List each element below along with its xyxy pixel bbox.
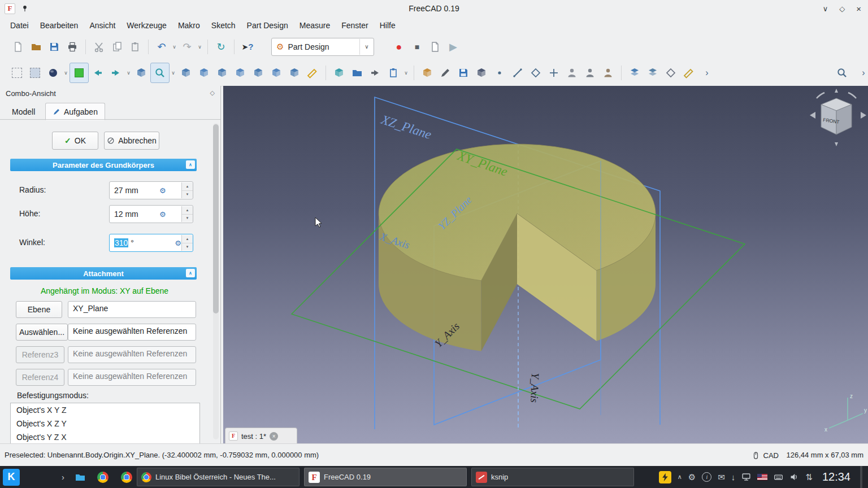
create-plane-button[interactable]	[527, 63, 545, 82]
spin-down-icon[interactable]: ▼	[182, 191, 193, 199]
view-bottom-button[interactable]	[267, 63, 285, 82]
tray-expand-icon[interactable]: ∧	[678, 473, 682, 481]
menu-part-design[interactable]: Part Design	[241, 18, 294, 34]
new-group-button[interactable]	[348, 63, 366, 82]
view-fit-button[interactable]	[177, 63, 195, 82]
mail-tray-icon[interactable]: ✉	[718, 472, 725, 482]
measure-button[interactable]	[303, 63, 322, 82]
network-tray-icon[interactable]: ⇅	[805, 472, 813, 482]
selection-view-button[interactable]	[70, 63, 89, 83]
view-left-button[interactable]	[285, 63, 303, 82]
make-link-button[interactable]	[330, 63, 348, 82]
settings-tray-icon[interactable]: ⚙	[688, 472, 696, 482]
toolbar-overflow-button[interactable]: ›	[698, 63, 716, 82]
screenshot-tray-icon[interactable]	[659, 471, 671, 483]
display-tray-icon[interactable]	[741, 472, 751, 482]
export-link-button[interactable]	[366, 63, 384, 82]
navigation-cube[interactable]: FRONT	[810, 89, 866, 146]
chrome-launcher-icon[interactable]	[97, 472, 108, 483]
tab-modell[interactable]: Modell	[5, 103, 42, 120]
expression-gear-icon[interactable]: ⚙	[159, 210, 166, 219]
3d-viewport[interactable]: XZ_Plane XY_Plane YZ_Plane X_Axis Y_Axis…	[223, 86, 868, 443]
menu-ansicht[interactable]: Ansicht	[84, 18, 121, 34]
spin-up-icon[interactable]: ▲	[182, 182, 193, 191]
nav-style-selector[interactable]: CAD	[752, 444, 779, 467]
undo-button[interactable]: ↶	[153, 37, 171, 56]
taskbar-window-browser[interactable]: Linux Bibel Österreich - Neues The...	[137, 468, 300, 486]
spin-up-icon[interactable]: ▲	[182, 206, 193, 215]
export-button[interactable]	[454, 63, 472, 82]
cancel-button[interactable]: Abbrechen	[104, 132, 159, 150]
copy-button[interactable]	[108, 37, 126, 56]
clip-plane-button[interactable]	[662, 63, 680, 82]
menu-datei[interactable]: Datei	[5, 18, 34, 34]
panel-chevron-icon[interactable]: ›	[62, 472, 64, 482]
view-isometric-button[interactable]	[132, 63, 150, 82]
workbench-selector[interactable]: ⚙ Part Design ∨	[271, 38, 374, 56]
auswaehlen-button[interactable]: Auswählen...	[16, 324, 68, 341]
undo-dropdown[interactable]: ∨	[171, 37, 178, 56]
ok-button[interactable]: ✓ OK	[52, 132, 98, 150]
link-dropdown[interactable]: ∨	[402, 63, 410, 82]
file-manager-icon[interactable]	[75, 472, 86, 483]
reference1-field[interactable]	[68, 301, 196, 318]
navcube-left-arrow-icon[interactable]	[810, 112, 815, 119]
robot-sim-button-3[interactable]	[599, 63, 617, 82]
collapse-icon[interactable]: ∧	[186, 160, 195, 169]
navcube-rotate-cw-icon[interactable]	[848, 93, 856, 98]
spin-down-icon[interactable]: ▼	[182, 243, 193, 251]
menu-makro[interactable]: Makro	[172, 18, 206, 34]
spin-down-icon[interactable]: ▼	[182, 215, 193, 223]
document-close-icon[interactable]: ×	[270, 432, 278, 441]
collapse-icon[interactable]: ∧	[186, 269, 195, 277]
appearance-button[interactable]	[44, 63, 62, 82]
redo-dropdown[interactable]: ∨	[196, 37, 203, 56]
macro-dialog-button[interactable]	[426, 37, 444, 56]
hoehe-input[interactable]	[110, 210, 158, 219]
navcube-rotate-ccw-icon[interactable]	[817, 93, 824, 98]
appearance-dropdown[interactable]: ∨	[62, 63, 70, 82]
radius-input[interactable]	[110, 186, 158, 195]
chromium-launcher-icon[interactable]	[121, 472, 132, 483]
view-rear-button[interactable]	[249, 63, 267, 82]
create-point-button[interactable]	[491, 63, 509, 82]
menu-fenster[interactable]: Fenster	[336, 18, 374, 34]
primitive-section-header[interactable]: Parameter des Grundkörpers ∧	[10, 159, 197, 171]
maximize-icon[interactable]: ◇	[839, 5, 845, 13]
reference2-input[interactable]	[68, 324, 189, 336]
paste-button[interactable]	[126, 37, 144, 56]
keyboard-tray-icon[interactable]	[774, 472, 783, 482]
taskbar-window-ksnip[interactable]: ksnip	[471, 468, 634, 486]
attachment-mode-list[interactable]: Object's X Y Z Object's X Z Y Object's Y…	[10, 403, 200, 443]
ebene-button[interactable]: Ebene	[16, 301, 62, 318]
spin-up-icon[interactable]: ▲	[182, 235, 193, 243]
app-launcher-icon[interactable]: K	[3, 469, 20, 486]
keyboard-layout-us-flag-icon[interactable]	[757, 474, 767, 480]
xz-plane-label[interactable]: XZ_Plane	[379, 112, 433, 142]
save-button[interactable]	[45, 37, 63, 56]
print-button[interactable]	[63, 37, 81, 56]
y-axis-label-2[interactable]: Y_Axis	[528, 373, 541, 403]
taskbar-window-freecad[interactable]: F FreeCAD 0.19	[304, 468, 467, 486]
menu-bearbeiten[interactable]: Bearbeiten	[34, 18, 84, 34]
create-lcs-button[interactable]	[545, 63, 563, 82]
replace-link-button[interactable]	[384, 63, 402, 82]
expression-gear-icon[interactable]: ⚙	[159, 186, 166, 195]
robot-sim-button-2[interactable]	[581, 63, 599, 82]
view-top-button[interactable]	[213, 63, 231, 82]
menu-hilfe[interactable]: Hilfe	[374, 18, 401, 34]
mode-item[interactable]: Object's Y Z X	[11, 430, 199, 443]
expression-gear-icon[interactable]: ⚙	[175, 239, 181, 247]
section-view-button[interactable]	[644, 63, 662, 82]
refresh-button[interactable]: ↻	[212, 37, 230, 56]
info-tray-icon[interactable]: i	[702, 472, 711, 482]
redo-button[interactable]: ↷	[178, 37, 196, 56]
selection-filter-button[interactable]	[8, 63, 26, 82]
macro-play-button[interactable]: ▶	[444, 37, 462, 56]
refine-shape-button[interactable]	[472, 63, 491, 82]
menu-sketch[interactable]: Sketch	[206, 18, 241, 34]
box-element-selection-button[interactable]	[26, 63, 44, 82]
navcube-right-arrow-icon[interactable]	[861, 112, 866, 119]
show-desktop-button[interactable]	[860, 466, 862, 488]
panel-scrollbar[interactable]	[213, 123, 219, 439]
